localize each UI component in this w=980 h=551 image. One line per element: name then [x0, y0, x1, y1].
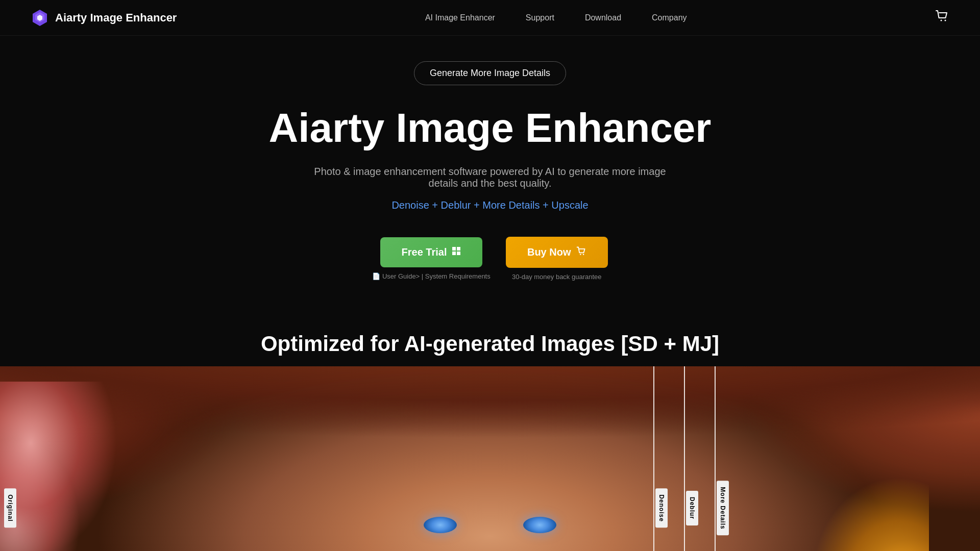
nav-link-download[interactable]: Download: [585, 13, 621, 22]
separator: |: [422, 272, 425, 280]
svg-point-4: [945, 19, 946, 21]
hero-buttons: Free Trial 📄 User Guide> | System Requir…: [372, 237, 607, 281]
svg-rect-6: [457, 247, 460, 251]
nav-link-ai-image-enhancer[interactable]: AI Image Enhancer: [425, 13, 495, 22]
left-eye: [424, 517, 457, 533]
optimized-section: Optimized for AI-generated Images [SD + …: [0, 311, 980, 551]
svg-rect-8: [457, 252, 460, 255]
cart-btn-icon: [576, 246, 586, 259]
nav-link-company[interactable]: Company: [652, 13, 687, 22]
cart-icon[interactable]: [935, 9, 949, 27]
free-trial-button[interactable]: Free Trial: [380, 237, 482, 267]
nav-links: AI Image Enhancer Support Download Compa…: [425, 13, 687, 22]
right-eye: [523, 517, 556, 533]
svg-rect-7: [452, 252, 456, 255]
comparison-area: Original Denoise Deblur More Details: [0, 366, 980, 551]
file-icon-small: 📄: [372, 272, 382, 280]
system-requirements-link[interactable]: System Requirements: [425, 272, 491, 280]
svg-point-3: [941, 19, 942, 21]
windows-icon: [452, 246, 461, 258]
free-trial-subtext: 📄 User Guide> | System Requirements: [372, 272, 490, 280]
logo-icon: [31, 9, 49, 27]
free-trial-group: Free Trial 📄 User Guide> | System Requir…: [372, 237, 490, 280]
buy-now-button[interactable]: Buy Now: [506, 237, 608, 268]
nav-brand: Aiarty Image Enhancer: [55, 11, 177, 24]
hero-title: Aiarty Image Enhancer: [269, 106, 712, 151]
free-trial-label: Free Trial: [402, 246, 447, 258]
hero-section: Generate More Image Details Aiarty Image…: [0, 36, 980, 311]
logo-link[interactable]: Aiarty Image Enhancer: [31, 9, 177, 27]
svg-point-10: [582, 254, 584, 255]
hero-features: Denoise + Deblur + More Details + Upscal…: [391, 199, 588, 211]
comparison-right-flowers: [776, 471, 929, 551]
navbar: Aiarty Image Enhancer AI Image Enhancer …: [0, 0, 980, 36]
svg-rect-5: [452, 247, 456, 251]
hero-badge: Generate More Image Details: [414, 61, 566, 85]
svg-point-9: [580, 254, 581, 255]
nav-link-support[interactable]: Support: [526, 13, 554, 22]
buy-now-label: Buy Now: [527, 246, 571, 258]
eyes-row: [424, 517, 556, 533]
user-guide-link[interactable]: User Guide>: [382, 272, 420, 280]
buy-now-subtext: 30-day money back guarantee: [512, 273, 602, 281]
optimized-title: Optimized for AI-generated Images [SD + …: [0, 332, 980, 356]
nav-right: [935, 9, 949, 27]
buy-now-group: Buy Now 30-day money back guarantee: [506, 237, 608, 281]
comparison-left-flowers: [0, 382, 153, 551]
hero-subtitle: Photo & image enhancement software power…: [311, 166, 669, 189]
